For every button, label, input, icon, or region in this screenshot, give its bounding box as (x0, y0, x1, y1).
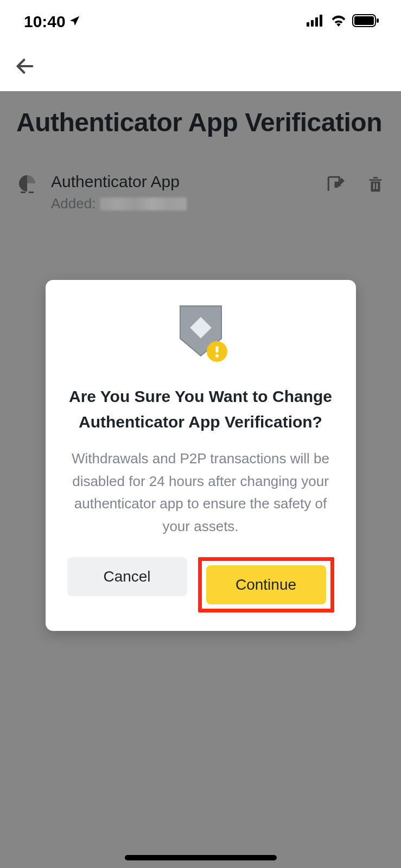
cancel-button[interactable]: Cancel (67, 557, 187, 596)
status-left: 10:40 (24, 12, 81, 31)
cellular-icon (307, 15, 325, 29)
modal-title: Are You Sure You Want to Change Authenti… (67, 384, 334, 435)
location-icon (69, 12, 81, 31)
status-time: 10:40 (24, 12, 66, 31)
modal-overlay: Are You Sure You Want to Change Authenti… (0, 91, 401, 868)
continue-highlight: Continue (198, 557, 334, 612)
svg-rect-6 (377, 18, 379, 23)
continue-button[interactable]: Continue (206, 565, 326, 604)
svg-rect-5 (354, 16, 374, 25)
modal-actions: Cancel Continue (67, 557, 334, 612)
confirm-modal: Are You Sure You Want to Change Authenti… (46, 280, 356, 631)
svg-rect-2 (315, 17, 318, 27)
home-indicator[interactable] (125, 855, 277, 860)
modal-body: Withdrawals and P2P transactions will be… (67, 448, 334, 538)
svg-point-15 (215, 354, 219, 358)
back-button[interactable] (14, 55, 36, 79)
nav-bar (0, 43, 401, 91)
svg-rect-0 (307, 22, 309, 27)
battery-icon (352, 14, 379, 29)
shield-warning-icon (67, 302, 334, 366)
svg-rect-3 (320, 15, 322, 27)
svg-rect-14 (215, 346, 218, 353)
status-bar: 10:40 (0, 0, 401, 43)
svg-rect-1 (311, 20, 314, 27)
wifi-icon (330, 15, 347, 29)
content-area: Authenticator App Verification Authentic… (0, 91, 401, 868)
status-right (307, 14, 379, 29)
